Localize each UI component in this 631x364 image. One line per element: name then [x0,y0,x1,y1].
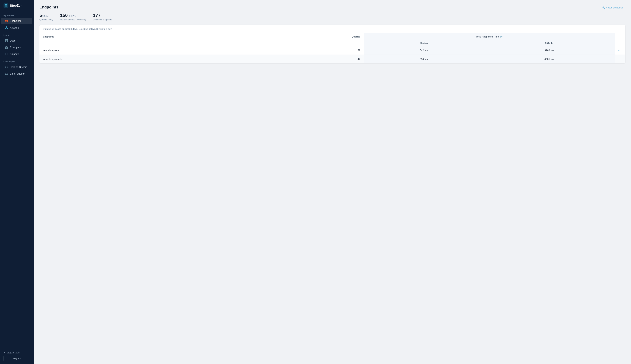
back-link-label: stepzen.com [7,351,20,354]
cell-endpoint: vercel/stepzen [40,46,247,55]
examples-icon [5,46,8,49]
account-icon [5,26,8,29]
my-stepzen-label: My StepZen [0,11,34,18]
question-circle-icon [602,6,605,9]
svg-line-4 [6,20,7,21]
svg-rect-14 [7,48,8,48]
sidebar-docs-label: Docs [10,39,16,42]
endpoints-icon [5,19,8,22]
svg-point-6 [6,26,7,28]
col-sub-actions [615,40,625,46]
cell-actions: ··· [615,46,625,55]
svg-rect-22 [5,73,8,75]
sidebar-bottom: stepzen.com Log out [0,348,34,364]
cell-actions: ··· [615,55,625,64]
sidebar-item-docs[interactable]: Docs [2,38,32,44]
page-title: Endpoints [40,5,58,10]
discord-icon [5,66,8,69]
endpoints-table-card: Data below based on last 30 days. (could… [40,25,625,63]
svg-point-20 [6,67,6,67]
col-sub-median: Median [364,40,484,46]
row-more-button[interactable]: ··· [618,48,622,52]
svg-point-24 [604,8,604,8]
svg-point-2 [7,20,8,20]
svg-rect-11 [5,46,6,47]
stat-queries-today-label: Queries Today [40,18,53,21]
col-sub-queries [247,40,364,46]
sidebar-discord-label: Help on Discord [10,66,28,68]
sidebar-email-support-label: Email Support [10,72,25,75]
about-endpoints-button[interactable]: About Endpoints [600,5,625,10]
stepzen-logo-icon [4,3,8,8]
table-row: vercel/stepzen 52 542 ms 3162 ms ··· [40,46,625,55]
about-endpoints-label: About Endpoints [606,6,623,9]
sidebar-account-label: Account [10,26,19,29]
email-support-icon [5,72,8,75]
col-sub-endpoints [40,40,247,46]
table-row: vercel/stepzen-dev 42 634 ms 4001 ms ··· [40,55,625,64]
sidebar: StepZen My StepZen Endpoints Account Lea… [0,0,34,364]
cell-endpoint: vercel/stepzen-dev [40,55,247,64]
docs-icon [5,39,8,42]
logo-area: StepZen [0,0,34,11]
cell-queries: 52 [247,46,364,55]
sidebar-endpoints-label: Endpoints [10,20,21,22]
svg-point-3 [7,21,8,22]
stats-row: 5(25%) Queries Today 150(0.05%) monthly … [40,13,625,21]
col-header-endpoints: Endpoints [40,33,247,40]
arrow-left-icon [4,352,6,354]
sidebar-item-account[interactable]: Account [2,24,32,31]
cell-queries: 42 [247,55,364,64]
sidebar-item-email-support[interactable]: Email Support [2,70,32,77]
svg-rect-19 [5,66,8,68]
sidebar-item-endpoints[interactable]: Endpoints [2,18,32,24]
sidebar-item-discord[interactable]: Help on Discord [2,64,32,70]
cell-median: 634 ms [364,55,484,64]
svg-rect-12 [7,46,8,47]
stat-deployed-label: Deployed Endpoints [93,18,112,21]
cell-percentile: 3162 ms [484,46,615,55]
main-content: Endpoints About Endpoints 5(25%) Queries… [34,0,631,364]
back-link[interactable]: stepzen.com [4,351,30,354]
svg-rect-13 [5,48,6,48]
col-header-queries: Queries [247,33,364,40]
stat-monthly-queries: 150(0.05%) monthly queries (300k limit) [60,13,86,21]
snippets-icon [5,52,8,56]
col-header-response-time: Total Response Time [364,33,615,40]
table-body: vercel/stepzen 52 542 ms 3162 ms ··· ver… [40,46,625,64]
stat-deployed-value: 177 [93,13,112,18]
sidebar-snippets-label: Snippets [10,53,19,56]
app-name: StepZen [10,4,22,8]
get-support-label: Get Support [0,58,34,64]
learn-label: Learn [0,31,34,37]
svg-rect-15 [5,53,8,55]
header-row: Endpoints About Endpoints [40,5,625,13]
svg-point-1 [5,20,6,22]
sidebar-item-snippets[interactable]: Snippets [2,51,32,57]
response-time-help-icon [500,36,502,38]
stat-monthly-value: 150(0.05%) [60,13,86,18]
stat-queries-today-value: 5(25%) [40,13,53,18]
sidebar-examples-label: Examples [10,46,20,49]
stat-queries-today: 5(25%) Queries Today [40,13,53,21]
cell-median: 542 ms [364,46,484,55]
stat-deployed-endpoints: 177 Deployed Endpoints [93,13,112,21]
cell-percentile: 4001 ms [484,55,615,64]
svg-point-21 [7,67,7,67]
endpoints-table: Endpoints Queries Total Response Time [40,33,625,63]
row-more-button[interactable]: ··· [618,57,622,61]
table-subheader-row: Median 95%-ile [40,40,625,46]
data-note: Data below based on last 30 days. (could… [40,25,625,33]
col-header-actions [615,33,625,40]
col-sub-percentile: 95%-ile [484,40,615,46]
stat-monthly-label: monthly queries (300k limit) [60,18,86,21]
logout-button[interactable]: Log out [4,356,30,361]
svg-point-26 [501,37,502,38]
svg-line-5 [6,21,7,22]
table-header-row: Endpoints Queries Total Response Time [40,33,625,40]
sidebar-item-examples[interactable]: Examples [2,44,32,50]
